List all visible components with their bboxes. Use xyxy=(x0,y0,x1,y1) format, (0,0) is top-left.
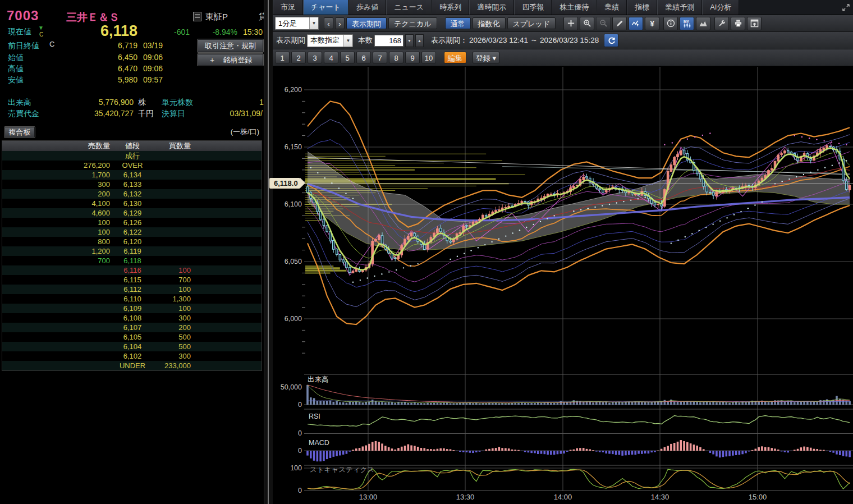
tab-四季報[interactable]: 四季報 xyxy=(514,0,552,15)
order-book-row[interactable]: 6,112100 xyxy=(2,285,262,294)
order-book-row[interactable]: 8006,120 xyxy=(2,237,262,246)
reset-range-icon[interactable] xyxy=(604,34,618,47)
preset-button-9[interactable]: 9 xyxy=(405,52,420,63)
preset-button-6[interactable]: 6 xyxy=(356,52,371,63)
price-change: -601 xyxy=(174,28,190,36)
order-book-row[interactable]: 276,200OVER xyxy=(2,161,262,170)
order-book-row[interactable]: 1006,126 xyxy=(2,218,262,227)
register-preset-button[interactable]: 登録 ▾ xyxy=(473,52,499,63)
sell-cell: 4,100 xyxy=(2,199,112,208)
draw-pencil-icon[interactable] xyxy=(612,17,627,30)
tab-時系列[interactable]: 時系列 xyxy=(432,0,469,15)
tab-業績予測[interactable]: 業績予測 xyxy=(657,0,702,15)
current-price-label: 現在値 xyxy=(8,27,31,37)
order-book-row[interactable]: UNDER233,000 xyxy=(2,361,262,370)
preset-button-3[interactable]: 3 xyxy=(308,52,322,63)
display-period-button[interactable]: 表示期間 xyxy=(346,17,387,29)
preset-button-7[interactable]: 7 xyxy=(373,52,387,63)
sell-cell xyxy=(2,275,112,285)
tab-歩み値[interactable]: 歩み値 xyxy=(348,0,386,15)
order-book-row[interactable]: 6,1101,300 xyxy=(2,294,262,304)
order-book-row[interactable]: 6,107200 xyxy=(2,323,262,332)
price-chart[interactable]: 6,2006,1506,1006,0506,00050,0000001000出来… xyxy=(273,66,853,504)
edit-button[interactable]: 編集 xyxy=(444,52,466,63)
buy-cell xyxy=(153,189,192,199)
trade-caution-button[interactable]: 取引注意・規制 xyxy=(198,39,263,52)
settings-wrench-icon[interactable] xyxy=(714,17,729,30)
svg-text:15:00: 15:00 xyxy=(749,493,767,501)
order-book-row[interactable]: 6,108300 xyxy=(2,313,262,323)
bar-count-input[interactable] xyxy=(374,35,403,47)
crosshair-chart-icon[interactable] xyxy=(629,17,643,30)
order-book-row[interactable]: 4,1006,130 xyxy=(2,199,262,208)
panel-splitter[interactable] xyxy=(264,0,273,504)
preset-button-5[interactable]: 5 xyxy=(340,52,355,63)
my-chart-icon[interactable]: MY xyxy=(680,17,694,30)
tab-業績[interactable]: 業績 xyxy=(597,0,627,15)
preset-button-10[interactable]: 10 xyxy=(421,52,436,63)
order-book-row[interactable]: 6,102300 xyxy=(2,351,262,361)
maximize-icon[interactable] xyxy=(838,0,853,15)
volume-label: 出来高 xyxy=(8,98,31,108)
sell-cell xyxy=(2,313,112,323)
document-icon[interactable] xyxy=(193,12,201,21)
order-book-row[interactable]: 6,104500 xyxy=(2,342,262,351)
add-icon[interactable] xyxy=(563,17,578,30)
price-cell: 6,102 xyxy=(112,351,153,361)
tab-株主優待[interactable]: 株主優待 xyxy=(552,0,597,15)
next-button[interactable]: › xyxy=(335,17,345,29)
zoom-out-icon[interactable] xyxy=(596,17,611,30)
count-mode-select[interactable]: 本数指定 ▼ xyxy=(307,34,353,47)
normal-mode-button[interactable]: 通常 xyxy=(445,17,471,29)
svg-text:MY: MY xyxy=(684,19,689,23)
order-book-row[interactable]: 1,2006,119 xyxy=(2,246,262,256)
preset-button-2[interactable]: 2 xyxy=(291,52,306,63)
area-chart-icon[interactable] xyxy=(696,17,710,30)
order-book-row[interactable]: 3006,133 xyxy=(2,180,262,189)
interval-select[interactable]: 1分足 ▼ xyxy=(275,17,319,30)
print-icon[interactable] xyxy=(731,17,745,30)
order-book-row[interactable]: 6,116100 xyxy=(2,265,262,275)
high-label: 高値 xyxy=(8,64,24,74)
yen-icon[interactable]: ¥ xyxy=(645,17,659,30)
tab-ニュース[interactable]: ニュース xyxy=(386,0,432,15)
count-down-spinner[interactable]: ▼ xyxy=(405,34,414,47)
register-symbol-button[interactable]: ＋ 銘柄登録 xyxy=(198,54,263,66)
order-book-row[interactable]: 7006,118 xyxy=(2,256,262,265)
spread-mode-button[interactable]: スプレッド xyxy=(507,17,556,29)
svg-text:0: 0 xyxy=(298,447,302,455)
order-book-row[interactable]: 6,109100 xyxy=(2,304,262,313)
svg-text:0: 0 xyxy=(298,487,302,494)
preset-button-4[interactable]: 4 xyxy=(324,52,338,63)
svg-text:6,200: 6,200 xyxy=(285,86,302,94)
price-cell: 6,126 xyxy=(112,218,153,227)
order-book-row[interactable]: 6,115700 xyxy=(2,275,262,285)
price-cell: 6,129 xyxy=(112,208,153,218)
tab-AI分析[interactable]: AI分析 xyxy=(702,0,739,15)
tab-市況[interactable]: 市況 xyxy=(273,0,303,15)
svg-text:13:30: 13:30 xyxy=(456,493,475,501)
order-book-row[interactable]: 2006,132 xyxy=(2,189,262,199)
technical-button[interactable]: テクニカル xyxy=(388,17,437,29)
tab-適時開示[interactable]: 適時開示 xyxy=(469,0,514,15)
order-book-row[interactable]: 4,6006,129 xyxy=(2,208,262,218)
tab-指標[interactable]: 指標 xyxy=(627,0,657,15)
count-up-spinner[interactable]: ▲ xyxy=(415,34,424,47)
popout-icon[interactable] xyxy=(747,17,762,30)
order-book-row[interactable]: 1006,122 xyxy=(2,227,262,237)
sell-qty-header: 売数量 xyxy=(2,141,112,151)
order-book-row[interactable]: 1,7006,134 xyxy=(2,170,262,180)
preset-button-8[interactable]: 8 xyxy=(389,52,403,63)
prev-button[interactable]: ‹ xyxy=(324,17,333,29)
indexed-mode-button[interactable]: 指数化 xyxy=(473,17,506,29)
info-icon[interactable] xyxy=(663,17,678,30)
order-book-row[interactable]: 成行 xyxy=(2,151,262,161)
preset-button-1[interactable]: 1 xyxy=(275,52,290,63)
tab-チャート[interactable]: チャート xyxy=(303,0,348,15)
zoom-in-icon[interactable] xyxy=(580,17,594,30)
margin-flag: 貸 xyxy=(259,12,264,22)
order-book-row[interactable]: 6,105500 xyxy=(2,332,262,342)
price-cell: 6,120 xyxy=(112,237,153,246)
chart-panel: 市況チャート歩み値ニュース時系列適時開示四季報株主優待業績指標業績予測AI分析 … xyxy=(273,0,853,504)
composite-board-button[interactable]: 複合板 xyxy=(4,127,35,138)
